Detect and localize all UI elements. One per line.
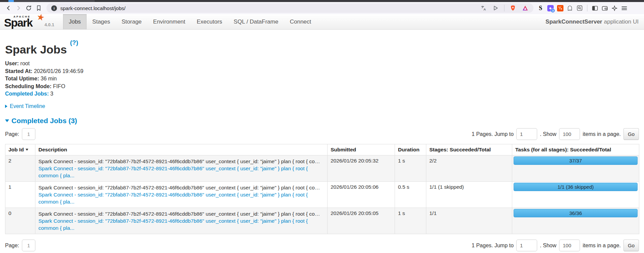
pages-jump-text: 1 Pages. Jump to: [472, 131, 514, 137]
jump-to-input[interactable]: [516, 128, 537, 140]
items-text: items in a page.: [583, 131, 621, 137]
tasks-cell: 37/37: [512, 155, 639, 182]
spark-nav-tabs: Jobs Stages Storage Environment Executor…: [63, 14, 317, 29]
tab-sql-dataframe[interactable]: SQL / DataFrame: [228, 14, 284, 29]
completed-jobs-toggle[interactable]: Completed Jobs (3): [5, 117, 77, 125]
job-description-link[interactable]: Spark Connect - session_id: "72bfab87-7b…: [38, 191, 324, 205]
brave-shields-icon[interactable]: [508, 3, 518, 13]
show-text: . Show: [540, 243, 556, 249]
event-timeline-toggle[interactable]: Event Timeline: [5, 103, 45, 109]
extension-s-icon[interactable]: S: [537, 4, 544, 12]
stages-cell: 1/1 (1 skipped): [426, 182, 512, 208]
extension-badge-count: 3: [551, 8, 555, 13]
header-stages[interactable]: Stages: Succeeded/Total: [426, 144, 512, 155]
show-count-input[interactable]: [559, 128, 580, 140]
url-text[interactable]: spark-connect.localhost/jobs/: [60, 5, 479, 11]
site-info-icon[interactable]: i: [51, 5, 57, 11]
page-title: Spark Jobs (?): [5, 39, 639, 56]
go-button[interactable]: Go: [623, 128, 639, 140]
show-count-input[interactable]: [559, 240, 580, 251]
browser-tab-strip: [0, 0, 644, 2]
summary-scheduling-mode: Scheduling Mode: FIFO: [5, 84, 639, 89]
tab-shade: [14, 0, 95, 2]
wallet-icon[interactable]: [601, 4, 608, 12]
table-row: 2 Spark Connect - session_id: "72bfab87-…: [5, 155, 639, 182]
table-row: 0 Spark Connect - session_id: "72bfab87-…: [5, 208, 639, 234]
submitted-cell: 2026/01/26 20:05:06: [328, 182, 395, 208]
forward-button[interactable]: [13, 3, 24, 13]
extensions-cluster: S ◆ 3 ¼: [537, 4, 628, 12]
reload-button[interactable]: [24, 3, 34, 13]
spark-logo[interactable]: APACHE Spark ★ 4.0.1: [0, 14, 58, 29]
jump-to-input[interactable]: [516, 240, 537, 251]
description-cell: Spark Connect - session_id: "72bfab87-7b…: [35, 182, 328, 208]
tab-connect[interactable]: Connect: [284, 14, 317, 29]
tasks-progress-bar: 36/36: [514, 209, 638, 217]
table-row: 1 Spark Connect - session_id: "72bfab87-…: [5, 182, 639, 208]
job-description-link[interactable]: Spark Connect - session_id: "72bfab87-7b…: [38, 217, 324, 231]
sort-desc-icon: [26, 149, 28, 151]
extension-orange-icon[interactable]: ¼: [556, 4, 564, 12]
leo-ai-sparkle-icon[interactable]: [611, 4, 618, 12]
header-duration[interactable]: Duration: [395, 144, 426, 155]
job-description-link[interactable]: Spark Connect - session_id: "72bfab87-7b…: [38, 165, 324, 179]
back-button[interactable]: [3, 3, 13, 13]
divider: [587, 5, 587, 11]
description-cell: Spark Connect - session_id: "72bfab87-7b…: [35, 155, 328, 182]
items-text: items in a page.: [583, 243, 621, 249]
tasks-cell: 1/1 (36 skipped): [512, 182, 639, 208]
pages-jump-text: 1 Pages. Jump to: [472, 243, 514, 249]
divider: [504, 5, 504, 11]
header-tasks[interactable]: Tasks (for all stages): Succeeded/Total: [512, 144, 639, 155]
page-number-input[interactable]: [22, 128, 35, 140]
summary-completed-jobs: Completed Jobs: 3: [5, 91, 639, 97]
ghost-extension-icon[interactable]: [566, 4, 574, 12]
job-description-text: Spark Connect - session_id: "72bfab87-7b…: [38, 210, 324, 217]
send-tab-icon[interactable]: [491, 3, 501, 13]
stages-cell: 1/1: [426, 208, 512, 234]
event-timeline-row: Event Timeline: [5, 103, 639, 109]
svg-text:A: A: [483, 7, 486, 11]
help-link[interactable]: (?): [70, 39, 78, 46]
header-job-id[interactable]: Job Id: [5, 144, 35, 155]
spark-header: APACHE Spark ★ 4.0.1 Jobs Stages Storage…: [0, 14, 644, 30]
description-cell: Spark Connect - session_id: "72bfab87-7b…: [35, 208, 328, 234]
tab-stages[interactable]: Stages: [87, 14, 116, 29]
submitted-cell: 2026/01/26 20:05:05: [328, 208, 395, 234]
sidebar-toggle-icon[interactable]: [591, 4, 599, 12]
go-button[interactable]: Go: [623, 240, 639, 251]
translate-icon[interactable]: A: [479, 3, 489, 13]
job-id-cell: 2: [5, 155, 35, 182]
address-bar[interactable]: i spark-connect.localhost/jobs/ A: [47, 3, 533, 13]
completed-jobs-table: Job Id Description Submitted Duration St…: [5, 144, 639, 234]
duration-cell: 0.5 s: [395, 182, 426, 208]
spark-version: 4.0.1: [42, 22, 54, 28]
completed-jobs-link[interactable]: Completed Jobs:: [5, 91, 49, 97]
duration-cell: 1 s: [395, 208, 426, 234]
extension-purple-icon[interactable]: ◆ 3: [547, 4, 554, 12]
page-label: Page:: [5, 131, 19, 137]
browser-toolbar: i spark-connect.localhost/jobs/ A: [0, 2, 644, 14]
application-ui-label: SparkConnectServerapplication UI: [546, 14, 644, 29]
job-id-cell: 1: [5, 182, 35, 208]
tab-storage[interactable]: Storage: [116, 14, 148, 29]
stages-cell: 2/2: [426, 155, 512, 182]
job-description-text: Spark Connect - session_id: "72bfab87-7b…: [38, 158, 324, 165]
menu-icon[interactable]: [620, 4, 628, 12]
search-box-extension-icon[interactable]: [576, 4, 583, 12]
tab-executors[interactable]: Executors: [191, 14, 228, 29]
brave-logo-icon[interactable]: [520, 3, 530, 13]
pagination-bottom: Page: 1 Pages. Jump to . Show items in a…: [5, 240, 639, 251]
header-submitted[interactable]: Submitted: [328, 144, 395, 155]
show-text: . Show: [540, 131, 556, 137]
completed-jobs-section-heading: Completed Jobs (3): [5, 117, 639, 125]
summary-total-uptime: Total Uptime: 36 min: [5, 76, 639, 81]
table-header-row: Job Id Description Submitted Duration St…: [5, 144, 639, 155]
pagination-top: Page: 1 Pages. Jump to . Show items in a…: [5, 128, 639, 140]
tab-environment[interactable]: Environment: [147, 14, 191, 29]
page-label: Page:: [5, 243, 19, 249]
header-description[interactable]: Description: [35, 144, 328, 155]
tab-jobs[interactable]: Jobs: [63, 14, 87, 29]
job-description-text: Spark Connect - session_id: "72bfab87-7b…: [38, 184, 324, 191]
page-number-input[interactable]: [22, 240, 35, 251]
